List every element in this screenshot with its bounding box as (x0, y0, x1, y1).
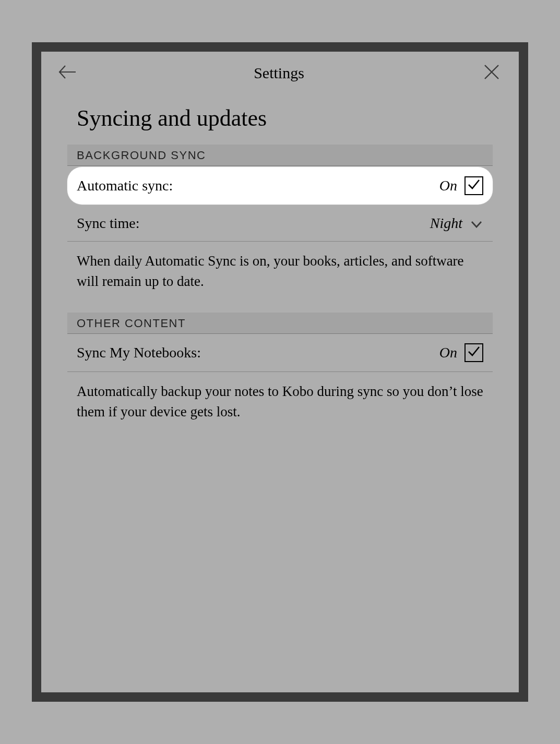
row-label: Automatic sync: (77, 177, 173, 194)
header-title: Settings (254, 64, 304, 82)
back-button[interactable] (57, 63, 78, 83)
screen: Settings Syncing and updates BACKGROUND … (41, 52, 519, 692)
close-button[interactable] (480, 62, 503, 85)
row-right: On (439, 176, 483, 195)
row-value: Night (430, 215, 462, 232)
row-label: Sync time: (77, 215, 140, 232)
content: BACKGROUND SYNC Automatic sync: On Sync … (41, 145, 519, 443)
sync-time-dropdown[interactable] (470, 217, 483, 230)
sync-notebooks-checkbox[interactable] (464, 343, 483, 362)
automatic-sync-checkbox[interactable] (464, 176, 483, 195)
section-header-background-sync: BACKGROUND SYNC (67, 145, 493, 166)
check-icon (467, 344, 481, 362)
page-title: Syncing and updates (41, 89, 519, 145)
row-right: Night (430, 215, 483, 232)
chevron-down-icon (471, 215, 482, 232)
close-icon (483, 63, 501, 83)
row-value: On (439, 177, 457, 194)
row-sync-time[interactable]: Sync time: Night (67, 206, 493, 242)
section-header-other-content: OTHER CONTENT (67, 313, 493, 334)
row-label: Sync My Notebooks: (77, 344, 201, 361)
background-sync-description: When daily Automatic Sync is on, your bo… (67, 242, 493, 313)
row-sync-notebooks[interactable]: Sync My Notebooks: On (67, 334, 493, 372)
arrow-left-icon (58, 64, 77, 82)
row-value: On (439, 344, 457, 361)
device-frame: Settings Syncing and updates BACKGROUND … (32, 42, 528, 702)
row-automatic-sync[interactable]: Automatic sync: On (67, 167, 493, 205)
header: Settings (41, 52, 519, 89)
row-right: On (439, 343, 483, 362)
check-icon (467, 177, 481, 195)
other-content-description: Automatically backup your notes to Kobo … (67, 372, 493, 443)
